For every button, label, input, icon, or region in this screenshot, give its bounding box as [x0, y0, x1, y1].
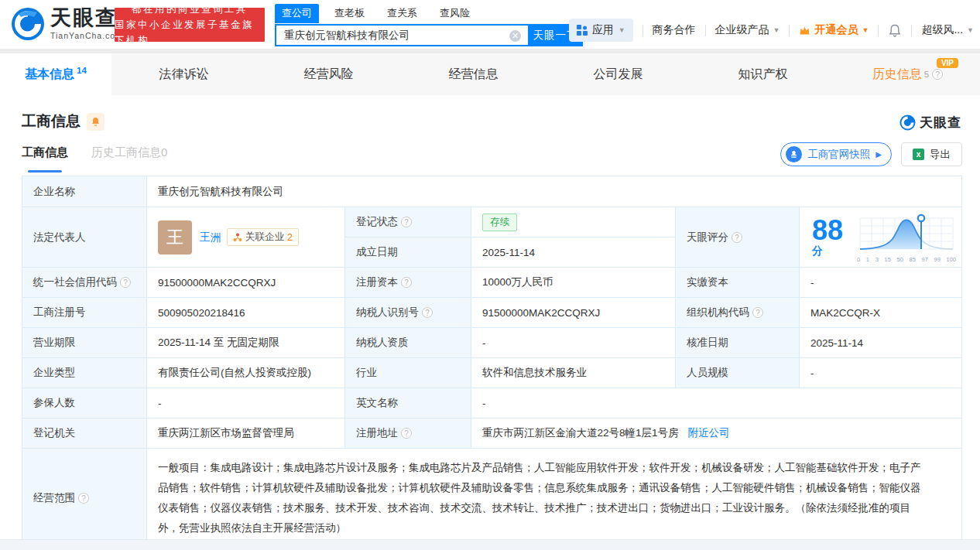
status-date-labels: 登记状态 ? 成立日期: [345, 207, 471, 268]
search-tab-boss[interactable]: 查老板: [327, 4, 372, 23]
approval-date-label: 核准日期: [676, 328, 800, 358]
help-icon[interactable]: ?: [401, 217, 412, 227]
section-title: 工商信息: [22, 111, 81, 132]
tab-basic-info-label: 基本信息: [25, 67, 74, 83]
nav-enterprise[interactable]: 企业级产品 ▼: [715, 23, 780, 37]
watermark-logo-icon: [899, 114, 916, 131]
tianyancha-logo-icon: [11, 7, 45, 41]
org-chart-icon: [233, 233, 242, 242]
nav-enterprise-label: 企业级产品: [715, 23, 769, 37]
clear-search-icon[interactable]: ✕: [509, 30, 521, 42]
tab-operating-info[interactable]: 经营信息: [401, 53, 546, 95]
taxpayer-id-label-cell: 纳税人识别号 ?: [345, 298, 471, 328]
approval-date-value: 2025-11-14: [800, 328, 961, 358]
tab-intellectual-property[interactable]: 知识产权: [690, 53, 835, 95]
reg-status-label-row: 登记状态 ?: [345, 207, 471, 237]
chevron-down-icon: ▼: [618, 26, 625, 34]
slogan-line-2: 国家中小企业发展子基金旗下机构: [115, 17, 265, 48]
help-icon[interactable]: ?: [732, 232, 742, 243]
tab-legal[interactable]: 法律诉讼: [111, 53, 256, 95]
score-marker-pin: [918, 214, 924, 220]
table-row: 经营范围 ? 一般项目：集成电路设计；集成电路芯片设计及服务；集成电路芯片及产品…: [22, 449, 961, 548]
top-nav: 应用 ▼ 商务合作 企业级产品 ▼ 开通会员 ▼: [569, 19, 974, 42]
english-name-label: 英文名称: [345, 388, 471, 418]
tab-history-info-label: 历史信息: [872, 67, 922, 83]
table-row: 统一社会信用代码 ? 91500000MAK2CCQRXJ 注册资本 ? 100…: [22, 268, 961, 298]
tab-legal-label: 法律诉讼: [159, 67, 209, 83]
nav-divider: [642, 25, 643, 36]
nav-cooperation-label: 商务合作: [653, 23, 696, 37]
search-tab-company[interactable]: 查公司: [275, 4, 319, 23]
official-snapshot-button[interactable]: 工商官网快照 ▶: [780, 142, 892, 166]
help-icon[interactable]: ?: [401, 428, 412, 439]
nav-apps[interactable]: 应用 ▼: [569, 19, 633, 42]
tab-history-info[interactable]: VIP 历史信息 5 ?: [835, 53, 980, 95]
section-buttons: 工商官网快照 ▶ x 导出: [780, 142, 962, 166]
tianyancha-page: 天眼查 TianYanCha.com 都在用的商业查询工具 国家中小企业发展子基…: [0, 0, 980, 550]
top-header: 天眼查 TianYanCha.com 都在用的商业查询工具 国家中小企业发展子基…: [0, 0, 980, 49]
credit-code-label-cell: 统一社会信用代码 ?: [22, 268, 147, 298]
search-tab-relation[interactable]: 查关系: [380, 4, 424, 23]
nav-open-vip[interactable]: 开通会员 ▼: [799, 23, 869, 37]
subtab-history-business-info[interactable]: 历史工商信息0: [91, 145, 167, 167]
official-snapshot-label: 工商官网快照: [807, 148, 870, 162]
staff-size-value: -: [800, 358, 961, 388]
business-scope-label: 经营范围: [33, 491, 75, 505]
tab-history-info-count: 5: [924, 70, 929, 79]
reg-number-value: 500905020218416: [147, 298, 345, 328]
tab-development[interactable]: 公司发展: [546, 53, 690, 95]
tab-operating-risk-label: 经营风险: [304, 67, 354, 83]
export-button[interactable]: x 导出: [901, 142, 962, 166]
reg-number-label: 工商注册号: [22, 298, 147, 328]
legal-rep-avatar[interactable]: 王: [158, 220, 192, 255]
establish-date-value-row: 2025-11-14: [471, 237, 675, 267]
help-icon[interactable]: ?: [120, 277, 131, 288]
reg-status-value-row: 存续: [471, 207, 675, 237]
subtab-row: 工商信息 历史工商信息0: [22, 145, 167, 167]
search-tabs: 查公司 查老板 查关系 查风险: [275, 5, 583, 23]
credit-code-label: 统一社会信用代码: [33, 275, 117, 289]
nav-cooperation[interactable]: 商务合作: [653, 23, 696, 37]
help-icon[interactable]: ?: [401, 277, 412, 288]
paid-capital-label: 实缴资本: [676, 268, 800, 298]
search-tab-risk[interactable]: 查风险: [433, 4, 477, 23]
related-companies-label: 关联企业: [245, 231, 284, 244]
crown-icon: [799, 26, 810, 36]
english-name-value: -: [471, 388, 961, 418]
company-name-value: 重庆创元智航科技有限公司: [147, 176, 961, 207]
nav-super-risk[interactable]: 超级风... ▼: [921, 23, 974, 37]
insured-count-label: 参保人数: [22, 388, 147, 418]
help-icon[interactable]: ?: [422, 307, 433, 318]
related-companies-count: 2: [287, 232, 293, 243]
help-icon[interactable]: ?: [752, 307, 763, 318]
score-number: 88: [812, 214, 843, 246]
reg-capital-label-cell: 注册资本 ?: [345, 268, 471, 298]
score-distribution-chart: 0131550859799100: [856, 212, 957, 263]
industry-label: 行业: [345, 358, 471, 388]
taxpayer-id-label: 纳税人识别号: [356, 306, 419, 319]
tab-basic-info-count: 14: [77, 66, 87, 75]
tab-operating-risk[interactable]: 经营风险: [256, 53, 401, 95]
help-icon[interactable]: ?: [78, 493, 89, 504]
tianyancha-logo[interactable]: 天眼查 TianYanCha.com: [11, 7, 123, 41]
staff-size-label: 人员规模: [676, 358, 800, 388]
company-type-value: 有限责任公司(自然人投资或控股): [147, 358, 345, 388]
reg-status-label: 登记状态: [356, 215, 398, 229]
notification-bell-icon[interactable]: [888, 23, 902, 38]
legal-rep-name-link[interactable]: 王洲: [200, 231, 221, 244]
tab-basic-info[interactable]: 基本信息 14: [0, 53, 111, 95]
help-icon[interactable]: ?: [932, 69, 943, 80]
related-companies-badge[interactable]: 关联企业 2: [227, 228, 299, 246]
business-term-value: 2025-11-14 至 无固定期限: [147, 328, 345, 358]
nearby-companies-link[interactable]: 附近公司: [688, 426, 730, 440]
score-label: 天眼评分: [687, 231, 728, 244]
search-input[interactable]: [276, 26, 528, 45]
monitor-bell-icon[interactable]: [87, 113, 105, 131]
table-row: 法定代表人 王 王洲 关联企业 2 登记状态 ?: [22, 207, 961, 268]
org-code-label-cell: 组织机构代码 ?: [676, 298, 800, 328]
vip-badge: VIP: [937, 58, 958, 68]
subtab-business-info[interactable]: 工商信息: [22, 145, 68, 167]
legal-rep-value: 王 王洲 关联企业 2: [147, 207, 345, 268]
chevron-down-icon: ▼: [967, 26, 974, 34]
nav-divider: [789, 25, 790, 36]
